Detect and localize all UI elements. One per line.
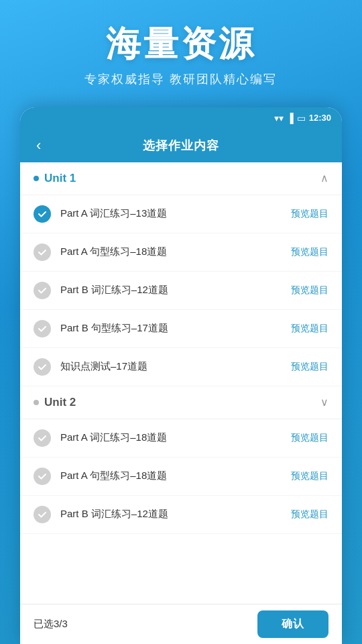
page-title: 选择作业内容 — [143, 138, 219, 154]
preview-button[interactable]: 预览题目 — [291, 470, 328, 482]
confirm-button[interactable]: 确认 — [257, 610, 328, 638]
check-icon — [34, 506, 51, 523]
content-area: Unit 1 ∧ Part A 词汇练习–13道题 预览题目 Part A 句型… — [20, 162, 342, 604]
item-label: Part A 词汇练习–18道题 — [60, 431, 291, 444]
check-icon — [34, 429, 51, 447]
item-label: Part A 句型练习–18道题 — [60, 246, 291, 258]
back-button[interactable]: ‹ — [31, 136, 46, 156]
wifi-icon: ▾▾ — [274, 113, 284, 123]
item-label: Part A 词汇练习–13道题 — [60, 207, 291, 220]
phone-frame: ▾▾ ▐ ▭ 12:30 ‹ 选择作业内容 Unit 1 ∧ Part A 词汇… — [20, 107, 342, 644]
item-label: Part B 词汇练习–12道题 — [60, 508, 291, 521]
list-item[interactable]: Part A 词汇练习–18道题 预览题目 — [20, 419, 342, 458]
check-icon — [34, 282, 51, 299]
preview-button[interactable]: 预览题目 — [291, 284, 328, 297]
unit2-header[interactable]: Unit 2 ∨ — [20, 386, 342, 419]
list-item[interactable]: Part A 句型练习–18道题 预览题目 — [20, 458, 342, 496]
unit1-header[interactable]: Unit 1 ∧ — [20, 162, 342, 195]
check-icon — [34, 205, 51, 223]
clock: 12:30 — [309, 113, 331, 123]
unit1-dot — [34, 176, 39, 181]
preview-button[interactable]: 预览题目 — [291, 323, 328, 335]
top-bar: ‹ 选择作业内容 — [20, 129, 342, 162]
unit1-chevron-up-icon: ∧ — [320, 172, 328, 184]
bottom-bar: 已选3/3 确认 — [20, 604, 342, 644]
item-label: Part B 词汇练习–12道题 — [60, 284, 291, 297]
check-icon — [34, 468, 51, 485]
selected-count: 已选3/3 — [34, 618, 68, 631]
unit2-chevron-down-icon: ∨ — [320, 396, 328, 409]
list-item[interactable]: Part A 词汇练习–13道题 预览题目 — [20, 195, 342, 233]
check-icon — [34, 320, 51, 337]
preview-button[interactable]: 预览题目 — [291, 208, 328, 220]
list-item[interactable]: Part B 词汇练习–12道题 预览题目 — [20, 272, 342, 310]
item-label: Part B 句型练习–17道题 — [60, 322, 291, 335]
item-label: 知识点测试–17道题 — [60, 360, 291, 373]
signal-icon: ▐ — [287, 113, 294, 123]
preview-button[interactable]: 预览题目 — [291, 246, 328, 258]
hero-section: 海量资源 专家权威指导 教研团队精心编写 — [0, 0, 362, 103]
hero-title: 海量资源 — [13, 24, 349, 64]
list-item[interactable]: Part B 句型练习–17道题 预览题目 — [20, 310, 342, 348]
unit2-dot — [34, 400, 39, 405]
unit1-label: Unit 1 — [44, 172, 76, 185]
list-item[interactable]: 知识点测试–17道题 预览题目 — [20, 348, 342, 386]
hero-subtitle: 专家权威指导 教研团队精心编写 — [13, 71, 349, 87]
status-icons: ▾▾ ▐ ▭ 12:30 — [274, 113, 331, 123]
preview-button[interactable]: 预览题目 — [291, 432, 328, 444]
check-icon — [34, 358, 51, 376]
item-label: Part A 句型练习–18道题 — [60, 470, 291, 482]
preview-button[interactable]: 预览题目 — [291, 508, 328, 521]
unit2-label: Unit 2 — [44, 396, 76, 409]
check-icon — [34, 244, 51, 261]
preview-button[interactable]: 预览题目 — [291, 361, 328, 373]
battery-icon: ▭ — [297, 113, 306, 123]
status-bar: ▾▾ ▐ ▭ 12:30 — [20, 107, 342, 129]
list-item[interactable]: Part B 词汇练习–12道题 预览题目 — [20, 496, 342, 534]
list-item[interactable]: Part A 句型练习–18道题 预览题目 — [20, 233, 342, 272]
